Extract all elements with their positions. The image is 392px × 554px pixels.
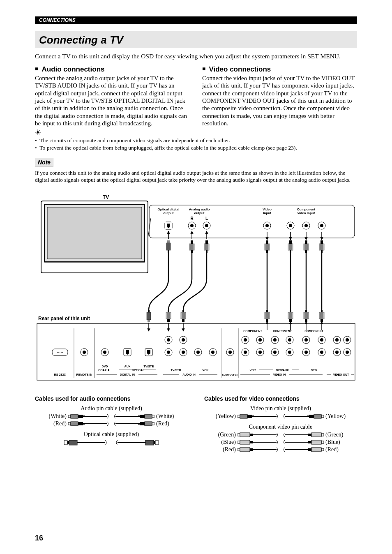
audio-body: Connect the analog audio output jacks of… bbox=[35, 74, 190, 127]
svg-rect-97 bbox=[71, 414, 78, 418]
svg-rect-141 bbox=[321, 434, 324, 436]
svg-rect-28 bbox=[47, 207, 142, 259]
optical-cable-row bbox=[35, 439, 188, 446]
cable-white-row: (White) (White) bbox=[35, 413, 188, 420]
svg-rect-126 bbox=[247, 415, 252, 418]
section-title-bar: Connecting a TV bbox=[35, 31, 357, 48]
svg-text:Rear panel of this unit: Rear panel of this unit bbox=[38, 316, 90, 321]
tips-list: • The circuits of composite and componen… bbox=[35, 137, 357, 152]
two-column-layout: ■Audio connections Connect the analog au… bbox=[35, 65, 357, 127]
cable-blue-row: (Blue) (Blue) bbox=[204, 439, 357, 446]
svg-rect-102 bbox=[138, 416, 140, 417]
svg-line-7 bbox=[39, 130, 40, 131]
red-comp-label-l: (Red) bbox=[223, 446, 236, 453]
svg-rect-114 bbox=[145, 422, 152, 426]
svg-rect-116 bbox=[64, 441, 67, 445]
svg-text:DIGITAL IN: DIGITAL IN bbox=[120, 373, 135, 376]
video-column: ■Video connections Connect the video inp… bbox=[202, 65, 357, 127]
svg-text:RS-232C: RS-232C bbox=[54, 373, 66, 376]
video-cables-col: Cables used for video connections Video … bbox=[204, 395, 357, 454]
svg-text:• • • • •: • • • • • bbox=[57, 351, 63, 353]
rca-cable-icon bbox=[68, 420, 154, 427]
yellow-label-l: (Yellow) bbox=[216, 413, 236, 420]
rca-cable-icon bbox=[238, 413, 324, 420]
svg-rect-149 bbox=[321, 441, 324, 443]
svg-text:Video: Video bbox=[263, 208, 272, 211]
white-label-l: (White) bbox=[48, 413, 67, 420]
svg-rect-155 bbox=[308, 448, 311, 451]
svg-rect-112 bbox=[138, 423, 140, 425]
svg-text:Optical digital: Optical digital bbox=[158, 208, 180, 211]
svg-text:output: output bbox=[194, 211, 205, 215]
svg-rect-29 bbox=[44, 264, 145, 270]
svg-rect-106 bbox=[68, 422, 71, 425]
svg-rect-157 bbox=[321, 448, 324, 451]
svg-rect-150 bbox=[238, 448, 240, 451]
tip-text: To prevent the optical cable from being … bbox=[39, 145, 297, 151]
svg-rect-122 bbox=[154, 441, 155, 444]
tip-icon bbox=[35, 129, 357, 137]
rca-cable-icon bbox=[238, 432, 324, 438]
svg-rect-109 bbox=[83, 423, 85, 425]
header-bar: CONNECTIONS bbox=[35, 16, 357, 24]
svg-point-0 bbox=[37, 132, 39, 134]
video-pin-label: Video pin cable (supplied) bbox=[204, 405, 357, 412]
tip-text: The circuits of composite and component … bbox=[39, 137, 230, 143]
svg-line-5 bbox=[36, 130, 37, 131]
tv-illustration bbox=[41, 201, 148, 273]
svg-rect-135 bbox=[240, 433, 250, 437]
tip-item: • To prevent the optical cable from bein… bbox=[35, 144, 357, 152]
square-bullet-icon: ■ bbox=[202, 65, 205, 72]
svg-rect-143 bbox=[240, 440, 250, 444]
svg-text:VCR: VCR bbox=[203, 369, 209, 372]
svg-text:video input: video input bbox=[297, 211, 315, 215]
intro-text: Connect a TV to this unit and display th… bbox=[35, 52, 357, 60]
rca-cable-icon bbox=[68, 413, 154, 420]
svg-text:L: L bbox=[205, 216, 208, 221]
rca-cable-icon bbox=[238, 446, 324, 453]
blue-label-r: (Blue) bbox=[325, 439, 340, 446]
video-heading-text: Video connections bbox=[209, 65, 271, 73]
svg-text:COMPONENT: COMPONENT bbox=[304, 330, 323, 332]
tv-rear-strip bbox=[149, 205, 355, 238]
red-label-r: (Red) bbox=[156, 420, 169, 427]
connection-diagram: TV Optical digital output Analog audio o… bbox=[35, 189, 357, 388]
svg-text:STB: STB bbox=[311, 369, 317, 372]
svg-rect-148 bbox=[311, 440, 321, 444]
page-title: Connecting a TV bbox=[39, 34, 353, 46]
tv-label: TV bbox=[103, 194, 109, 200]
svg-rect-125 bbox=[240, 414, 247, 418]
svg-rect-131 bbox=[309, 415, 314, 418]
cable-red-comp-row: (Red) (Red) bbox=[204, 446, 357, 453]
svg-text:COMPONENT: COMPONENT bbox=[273, 330, 292, 332]
note-text: If you connect this unit to the analog a… bbox=[35, 169, 357, 184]
video-heading: ■Video connections bbox=[202, 65, 357, 74]
svg-rect-139 bbox=[308, 434, 311, 436]
optical-cable-label: Optical cable (supplied) bbox=[35, 431, 188, 438]
blue-label-l: (Blue) bbox=[221, 439, 236, 446]
svg-rect-96 bbox=[68, 415, 71, 418]
page-number: 16 bbox=[35, 534, 43, 542]
svg-text:OPTICAL: OPTICAL bbox=[132, 369, 145, 372]
svg-rect-99 bbox=[83, 416, 85, 417]
cable-green-row: (Green) (Green) bbox=[204, 432, 357, 438]
audio-cables-heading: Cables used for audio connections bbox=[35, 395, 188, 402]
svg-text:AUDIO IN: AUDIO IN bbox=[182, 373, 196, 376]
square-bullet-icon: ■ bbox=[35, 65, 38, 72]
svg-rect-144 bbox=[250, 441, 253, 443]
svg-text:input: input bbox=[263, 211, 271, 215]
svg-rect-105 bbox=[152, 415, 154, 418]
component-cable-label: Component video pin cable bbox=[204, 424, 357, 430]
svg-rect-136 bbox=[250, 434, 253, 436]
svg-rect-133 bbox=[321, 415, 324, 418]
cable-yellow-row: (Yellow) (Yellow) bbox=[204, 413, 357, 420]
svg-text:COMPONENT: COMPONENT bbox=[243, 330, 262, 332]
svg-text:REMOTE IN: REMOTE IN bbox=[76, 373, 92, 376]
svg-text:VCR: VCR bbox=[250, 369, 256, 372]
svg-rect-156 bbox=[311, 448, 321, 452]
header-section-label: CONNECTIONS bbox=[39, 17, 76, 23]
tip-item: • The circuits of composite and componen… bbox=[35, 137, 357, 144]
green-label-l: (Green) bbox=[218, 432, 236, 438]
red-label-l: (Red) bbox=[53, 420, 67, 427]
rca-cable-icon bbox=[238, 439, 324, 446]
